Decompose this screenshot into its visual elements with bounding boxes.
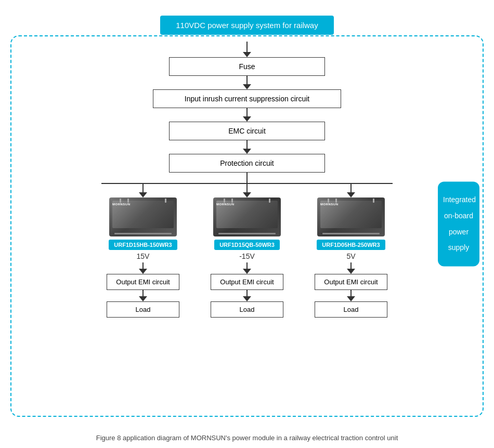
load-label-3: Load (344, 306, 359, 313)
main-container: 110VDC power supply system for railway I… (0, 0, 494, 448)
branch-section: MORNSUN URF1D15HB-150WR3 15V Output EMI … (65, 173, 429, 318)
fuse-box: Fuse (169, 57, 325, 76)
caption: Figure 8 application diagram of MORNSUN'… (0, 434, 494, 442)
emc-box: EMC circuit (169, 122, 325, 140)
arrow-v2 (243, 262, 251, 274)
pin7 (328, 199, 329, 203)
load-label-2: Load (240, 306, 255, 313)
load-box-2: Load (211, 301, 283, 318)
inrush-box: Input inrush current suppression circuit (153, 89, 341, 108)
voltage-3: 5V (346, 252, 355, 260)
arrow-v3 (347, 262, 355, 274)
emi-box-2: Output EMI circuit (211, 274, 283, 290)
right-label-line3: power (443, 224, 474, 240)
pin2 (127, 199, 129, 203)
right-label-line4: supply (443, 240, 474, 256)
product-image-2: MORNSUN (213, 197, 281, 236)
right-label: Integrated on-board power supply (438, 181, 479, 266)
load-box-3: Load (315, 301, 387, 318)
load-box-1: Load (107, 301, 179, 318)
fuse-label: Fuse (239, 62, 255, 71)
arrow-emi2 (243, 290, 251, 301)
protection-label: Protection circuit (220, 159, 274, 167)
arrow-branch2 (243, 184, 251, 197)
pin5 (231, 199, 233, 203)
protection-box: Protection circuit (169, 154, 325, 173)
right-label-line1: Integrated (443, 192, 474, 208)
right-label-line2: on-board (443, 208, 474, 224)
arrow-fuse (243, 76, 251, 89)
branch-col-1: MORNSUN URF1D15HB-150WR3 15V Output EMI … (101, 184, 185, 318)
emi-box-3: Output EMI circuit (315, 274, 387, 290)
product-image-3: MORNSUN (317, 197, 385, 236)
arrow-emi1 (139, 290, 147, 301)
mornsun-text-1: MORNSUN (112, 203, 131, 206)
product-label-3: URF1D05HB-250WR3 (317, 240, 385, 250)
arrow-topbox (243, 42, 251, 57)
pin1 (120, 199, 121, 203)
emi-box-1: Output EMI circuit (107, 274, 179, 290)
emi-label-2: Output EMI circuit (220, 278, 274, 286)
pin4 (224, 199, 225, 203)
arrow-branch3 (347, 184, 355, 197)
emi-label-1: Output EMI circuit (116, 278, 170, 286)
branch-row: MORNSUN URF1D15HB-150WR3 15V Output EMI … (101, 184, 393, 318)
top-box-label: 110VDC power supply system for railway (176, 21, 318, 30)
product-label-1: URF1D15HB-150WR3 (109, 240, 177, 250)
arrow-emi3 (347, 290, 355, 301)
emc-label: EMC circuit (228, 127, 266, 135)
mornsun-text-3: MORNSUN (320, 203, 339, 206)
top-box: 110VDC power supply system for railway (160, 16, 333, 35)
pin9 (373, 199, 374, 203)
load-label-1: Load (136, 306, 151, 313)
branch-col-3: MORNSUN URF1D05HB-250WR3 5V Output EMI c… (309, 184, 393, 318)
product-label-2: URF1D15QB-50WR3 (214, 240, 280, 250)
inrush-label: Input inrush current suppression circuit (185, 95, 309, 103)
pin3 (165, 199, 166, 203)
voltage-1: 15V (137, 252, 150, 260)
voltage-2: -15V (239, 252, 255, 260)
arrow-v1 (139, 262, 147, 274)
pin6 (269, 199, 270, 203)
branch-stem (246, 173, 248, 183)
arrow-branch1 (139, 184, 147, 197)
product-image-1: MORNSUN (109, 197, 177, 236)
mornsun-text-2: MORNSUN (216, 203, 235, 206)
pin8 (335, 199, 337, 203)
flow-area: Fuse Input inrush current suppression ci… (65, 42, 429, 318)
emi-label-3: Output EMI circuit (324, 278, 378, 286)
branch-col-2: MORNSUN URF1D15QB-50WR3 -15V Output EMI … (205, 184, 289, 318)
arrow-emc (243, 140, 251, 154)
arrow-inrush (243, 108, 251, 122)
horizontal-bar (101, 183, 393, 184)
